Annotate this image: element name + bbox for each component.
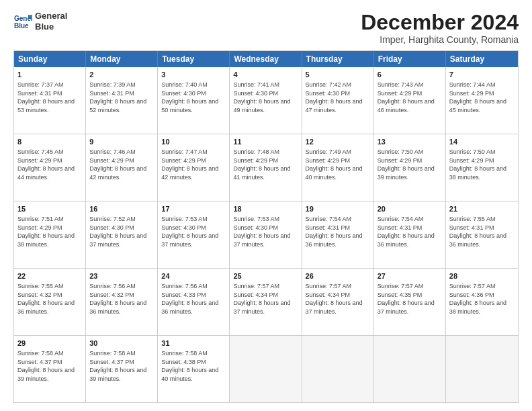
day-number: 9 [89, 137, 154, 147]
table-row: 15Sunrise: 7:51 AM Sunset: 4:29 PM Dayli… [14, 201, 86, 268]
day-info: Sunrise: 7:55 AM Sunset: 4:31 PM Dayligh… [449, 215, 515, 248]
day-info: Sunrise: 7:44 AM Sunset: 4:29 PM Dayligh… [449, 81, 515, 114]
page-subtitle: Imper, Harghita County, Romania [361, 34, 519, 45]
day-number: 14 [449, 137, 515, 147]
day-number: 5 [306, 70, 370, 80]
day-number: 20 [378, 204, 442, 214]
day-info: Sunrise: 7:43 AM Sunset: 4:29 PM Dayligh… [378, 81, 442, 114]
table-row: 11Sunrise: 7:48 AM Sunset: 4:29 PM Dayli… [230, 134, 302, 201]
day-number: 23 [89, 271, 154, 281]
day-info: Sunrise: 7:39 AM Sunset: 4:31 PM Dayligh… [89, 81, 154, 114]
table-row [230, 336, 302, 402]
calendar-header: SundayMondayTuesdayWednesdayThursdayFrid… [14, 51, 518, 67]
day-info: Sunrise: 7:41 AM Sunset: 4:30 PM Dayligh… [233, 81, 298, 114]
day-info: Sunrise: 7:48 AM Sunset: 4:29 PM Dayligh… [233, 148, 298, 181]
header-cell-sunday: Sunday [14, 51, 86, 67]
table-row: 6Sunrise: 7:43 AM Sunset: 4:29 PM Daylig… [374, 67, 446, 134]
day-info: Sunrise: 7:40 AM Sunset: 4:30 PM Dayligh… [161, 81, 226, 114]
day-info: Sunrise: 7:50 AM Sunset: 4:29 PM Dayligh… [378, 148, 442, 181]
day-info: Sunrise: 7:56 AM Sunset: 4:33 PM Dayligh… [161, 282, 226, 316]
table-row: 30Sunrise: 7:58 AM Sunset: 4:37 PM Dayli… [86, 336, 158, 402]
header-cell-saturday: Saturday [446, 51, 518, 67]
day-info: Sunrise: 7:55 AM Sunset: 4:32 PM Dayligh… [17, 282, 82, 316]
day-number: 19 [306, 204, 370, 214]
table-row [446, 336, 518, 402]
day-info: Sunrise: 7:53 AM Sunset: 4:30 PM Dayligh… [233, 215, 298, 248]
table-row: 21Sunrise: 7:55 AM Sunset: 4:31 PM Dayli… [446, 201, 518, 268]
day-number: 3 [161, 70, 226, 80]
day-info: Sunrise: 7:58 AM Sunset: 4:37 PM Dayligh… [89, 349, 154, 383]
table-row: 23Sunrise: 7:56 AM Sunset: 4:32 PM Dayli… [86, 269, 158, 335]
day-number: 22 [17, 271, 82, 281]
day-number: 27 [378, 271, 442, 281]
day-number: 1 [17, 70, 82, 80]
day-number: 17 [161, 204, 226, 214]
table-row: 5Sunrise: 7:42 AM Sunset: 4:30 PM Daylig… [302, 67, 374, 134]
day-number: 26 [306, 271, 370, 281]
logo-text-blue: Blue [35, 21, 67, 32]
svg-text:Blue: Blue [14, 22, 29, 30]
table-row: 12Sunrise: 7:49 AM Sunset: 4:29 PM Dayli… [302, 134, 374, 201]
table-row: 25Sunrise: 7:57 AM Sunset: 4:34 PM Dayli… [230, 269, 302, 335]
table-row: 7Sunrise: 7:44 AM Sunset: 4:29 PM Daylig… [446, 67, 518, 134]
day-number: 8 [17, 137, 82, 147]
day-info: Sunrise: 7:57 AM Sunset: 4:34 PM Dayligh… [233, 282, 298, 316]
day-number: 16 [89, 204, 154, 214]
calendar-row-3: 15Sunrise: 7:51 AM Sunset: 4:29 PM Dayli… [14, 201, 518, 268]
table-row: 20Sunrise: 7:54 AM Sunset: 4:31 PM Dayli… [374, 201, 446, 268]
day-info: Sunrise: 7:58 AM Sunset: 4:38 PM Dayligh… [161, 349, 226, 383]
day-info: Sunrise: 7:56 AM Sunset: 4:32 PM Dayligh… [89, 282, 154, 316]
header-cell-thursday: Thursday [302, 51, 374, 67]
day-number: 7 [449, 70, 515, 80]
table-row: 19Sunrise: 7:54 AM Sunset: 4:31 PM Dayli… [302, 201, 374, 268]
table-row: 2Sunrise: 7:39 AM Sunset: 4:31 PM Daylig… [86, 67, 158, 134]
calendar: SundayMondayTuesdayWednesdayThursdayFrid… [13, 50, 519, 403]
day-number: 11 [233, 137, 298, 147]
page-header: General Blue General Blue December 2024 … [13, 11, 519, 45]
table-row: 27Sunrise: 7:57 AM Sunset: 4:35 PM Dayli… [374, 269, 446, 335]
day-number: 18 [233, 204, 298, 214]
calendar-row-2: 8Sunrise: 7:45 AM Sunset: 4:29 PM Daylig… [14, 134, 518, 201]
logo-icon: General Blue [13, 12, 32, 31]
header-cell-friday: Friday [374, 51, 446, 67]
day-info: Sunrise: 7:53 AM Sunset: 4:30 PM Dayligh… [161, 215, 226, 248]
table-row: 13Sunrise: 7:50 AM Sunset: 4:29 PM Dayli… [374, 134, 446, 201]
day-info: Sunrise: 7:45 AM Sunset: 4:29 PM Dayligh… [17, 148, 82, 181]
day-number: 29 [17, 338, 82, 349]
day-number: 4 [233, 70, 298, 80]
calendar-row-5: 29Sunrise: 7:58 AM Sunset: 4:37 PM Dayli… [14, 335, 518, 402]
day-number: 15 [17, 204, 82, 214]
table-row: 10Sunrise: 7:47 AM Sunset: 4:29 PM Dayli… [158, 134, 230, 201]
calendar-page: General Blue General Blue December 2024 … [0, 0, 532, 411]
day-number: 28 [449, 271, 515, 281]
table-row: 3Sunrise: 7:40 AM Sunset: 4:30 PM Daylig… [158, 67, 230, 134]
page-title: December 2024 [361, 11, 519, 34]
day-info: Sunrise: 7:46 AM Sunset: 4:29 PM Dayligh… [89, 148, 154, 181]
day-number: 6 [378, 70, 442, 80]
table-row: 31Sunrise: 7:58 AM Sunset: 4:38 PM Dayli… [158, 336, 230, 402]
table-row: 29Sunrise: 7:58 AM Sunset: 4:37 PM Dayli… [14, 336, 86, 402]
day-info: Sunrise: 7:57 AM Sunset: 4:35 PM Dayligh… [378, 282, 442, 316]
table-row: 26Sunrise: 7:57 AM Sunset: 4:34 PM Dayli… [302, 269, 374, 335]
table-row: 24Sunrise: 7:56 AM Sunset: 4:33 PM Dayli… [158, 269, 230, 335]
table-row: 22Sunrise: 7:55 AM Sunset: 4:32 PM Dayli… [14, 269, 86, 335]
header-cell-wednesday: Wednesday [230, 51, 302, 67]
header-cell-monday: Monday [86, 51, 158, 67]
table-row: 14Sunrise: 7:50 AM Sunset: 4:29 PM Dayli… [446, 134, 518, 201]
day-info: Sunrise: 7:50 AM Sunset: 4:29 PM Dayligh… [449, 148, 515, 181]
table-row: 16Sunrise: 7:52 AM Sunset: 4:30 PM Dayli… [86, 201, 158, 268]
title-block: December 2024 Imper, Harghita County, Ro… [361, 11, 519, 45]
day-number: 12 [306, 137, 370, 147]
table-row: 17Sunrise: 7:53 AM Sunset: 4:30 PM Dayli… [158, 201, 230, 268]
table-row: 1Sunrise: 7:37 AM Sunset: 4:31 PM Daylig… [14, 67, 86, 134]
day-info: Sunrise: 7:42 AM Sunset: 4:30 PM Dayligh… [306, 81, 370, 114]
day-info: Sunrise: 7:51 AM Sunset: 4:29 PM Dayligh… [17, 215, 82, 248]
day-number: 25 [233, 271, 298, 281]
day-number: 2 [89, 70, 154, 80]
day-number: 30 [89, 338, 154, 349]
day-info: Sunrise: 7:58 AM Sunset: 4:37 PM Dayligh… [17, 349, 82, 383]
table-row [302, 336, 374, 402]
day-number: 13 [378, 137, 442, 147]
calendar-row-4: 22Sunrise: 7:55 AM Sunset: 4:32 PM Dayli… [14, 268, 518, 335]
day-info: Sunrise: 7:52 AM Sunset: 4:30 PM Dayligh… [89, 215, 154, 248]
